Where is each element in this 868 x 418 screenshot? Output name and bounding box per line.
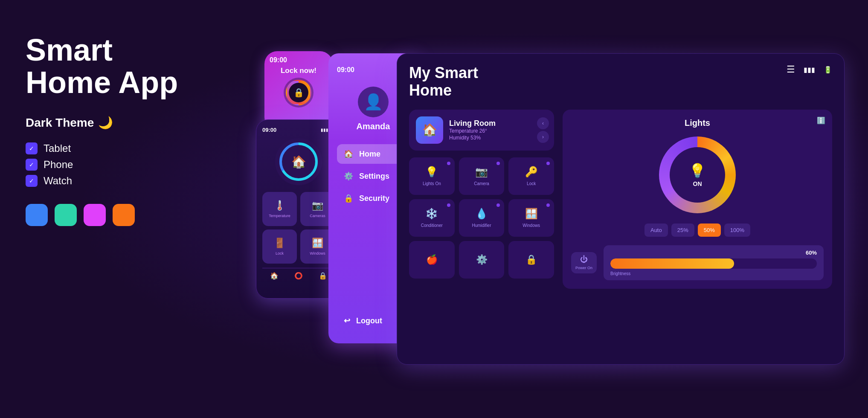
gear-card[interactable]: ⚙️: [459, 241, 505, 279]
bottom-device-row: 🍎 ⚙️ 🔒: [409, 241, 554, 279]
device-tablet: ✓ Tablet: [26, 142, 188, 154]
toggle-fill: [610, 258, 734, 269]
camera-card[interactable]: 📷 Camera: [459, 157, 505, 195]
windows-icon: 🪟: [312, 238, 323, 249]
toggle-track[interactable]: [610, 258, 817, 269]
tablet-main-content: 🏠 Living Room Temperature 26° Humidity 5…: [409, 110, 832, 289]
humidifier-label: Humidifier: [472, 223, 491, 228]
phone-ring-area: 🏠: [262, 138, 335, 185]
device-phone: ✓ Phone: [26, 159, 188, 171]
camera-icon: 📷: [475, 166, 488, 178]
humidifier-icon: 💧: [475, 208, 488, 220]
room-section: 🏠 Living Room Temperature 26° Humidity 5…: [409, 110, 554, 289]
on-label: ON: [693, 180, 702, 187]
color-pink: [84, 204, 106, 226]
watch-lock-icon[interactable]: 🔒: [284, 78, 314, 107]
title-line1: Smart: [26, 33, 113, 67]
logout-nav-icon: ↩: [344, 316, 350, 325]
phone-lock[interactable]: 🚪 Lock: [262, 229, 297, 264]
watch-widget: 09:00 Lock now! 🔒: [264, 51, 333, 130]
watch-check: ✓: [26, 175, 38, 187]
windows-label: Windows: [310, 251, 325, 255]
battery-icon: 🔋: [824, 66, 832, 74]
next-room-button[interactable]: ›: [537, 131, 549, 143]
lock-card[interactable]: 🔑 Lock: [508, 157, 554, 195]
lights-ring-control[interactable]: 💡 ON: [659, 136, 736, 213]
conditioner-label: Conditioner: [421, 223, 443, 228]
tablet-title: My Smart Home: [409, 64, 478, 99]
tablet-header-icons: ☰ ▮▮▮ 🔋: [787, 64, 832, 75]
humidity-stat: Humidity 53%: [449, 135, 496, 141]
100-brightness-button[interactable]: 100%: [724, 224, 750, 237]
power-on-button[interactable]: ⏻ Power On: [571, 252, 597, 273]
power-on-label: Power On: [575, 266, 592, 270]
phone-check: ✓: [26, 159, 38, 171]
lights-section-title: Lights: [571, 118, 824, 128]
lights-label: Lights On: [423, 181, 441, 186]
nav-lock-icon[interactable]: 🔒: [319, 272, 327, 280]
phone-temperature[interactable]: 🌡️ Temperature: [262, 192, 297, 226]
hamburger-menu-icon[interactable]: ☰: [787, 64, 795, 75]
temperature-label: Temperature: [269, 214, 290, 218]
tablet-screen: My Smart Home ☰ ▮▮▮ 🔋 🏠 Living Room Temp…: [397, 53, 845, 365]
title-line2: Home App: [26, 65, 178, 99]
living-room-card[interactable]: 🏠 Living Room Temperature 26° Humidity 5…: [409, 110, 554, 151]
phone-status-bar: 09:00 ▮▮▮ 🔋: [262, 127, 335, 133]
phone-device-grid: 🌡️ Temperature 📷 Cameras 🚪 Lock 🪟 Window…: [262, 192, 335, 264]
home-ring[interactable]: 🏠: [275, 138, 322, 185]
device-watch: ✓ Watch: [26, 175, 188, 187]
power-control-row: ⏻ Power On 60% Brightness: [571, 245, 824, 280]
room-info: Living Room Temperature 26° Humidity 53%: [449, 119, 496, 141]
50-brightness-button[interactable]: 50%: [698, 224, 721, 237]
conditioner-card[interactable]: ❄️ Conditioner: [409, 199, 455, 237]
lights-ring: 💡 ON: [659, 136, 736, 213]
left-panel: Smart Home App Dark Theme 🌙 ✓ Tablet ✓ P…: [26, 34, 188, 226]
gear-card-icon: ⚙️: [476, 254, 488, 265]
windows-card-icon: 🪟: [525, 208, 538, 220]
watch-time: 09:00: [270, 56, 287, 64]
humidifier-card[interactable]: 💧 Humidifier: [459, 199, 505, 237]
watch-lock-label: Lock now!: [281, 67, 316, 75]
lock-bottom-icon: 🔒: [525, 254, 537, 265]
brightness-toggle-label: Brightness: [610, 271, 817, 276]
lights-ring-inner: 💡 ON: [670, 147, 725, 203]
windows-card[interactable]: 🪟 Windows: [508, 199, 554, 237]
apple-icon: 🍎: [426, 254, 438, 265]
apple-card[interactable]: 🍎: [409, 241, 455, 279]
room-icon: 🏠: [416, 116, 443, 144]
lock-card-label: Lock: [527, 181, 536, 186]
info-icon[interactable]: ℹ️: [817, 116, 825, 125]
auto-brightness-button[interactable]: Auto: [644, 224, 668, 237]
windows-card-label: Windows: [523, 223, 540, 228]
power-indicator: [447, 203, 450, 207]
device-list: ✓ Tablet ✓ Phone ✓ Watch: [26, 142, 188, 187]
room-stats: Temperature 26° Humidity 53%: [449, 128, 496, 141]
lock-label: Lock: [276, 251, 284, 255]
power-indicator: [496, 162, 500, 165]
moon-icon: 🌙: [98, 116, 113, 130]
device-grid-row2: ❄️ Conditioner 💧 Humidifier 🪟 Windows: [409, 199, 554, 237]
nav-circle-icon[interactable]: ⭕: [294, 272, 303, 280]
prev-room-button[interactable]: ‹: [537, 117, 549, 129]
nav-home-icon[interactable]: 🏠: [270, 272, 279, 280]
temperature-stat: Temperature 26°: [449, 128, 496, 134]
color-orange: [113, 204, 135, 226]
lights-control-section: ℹ️ Lights 💡 ON Auto 25% 50% 100% ⏻: [563, 110, 832, 289]
power-indicator: [496, 203, 500, 207]
lock-bottom-card[interactable]: 🔒: [508, 241, 554, 279]
phone-time: 09:00: [262, 127, 276, 133]
25-brightness-button[interactable]: 25%: [671, 224, 694, 237]
power-icon: ⏻: [580, 255, 588, 264]
color-blue: [26, 204, 48, 226]
app-title: Smart Home App: [26, 34, 188, 99]
power-indicator: [546, 203, 550, 207]
theme-label: Dark Theme 🌙: [26, 116, 188, 130]
room-name: Living Room: [449, 119, 496, 128]
brightness-pct: 60%: [806, 250, 817, 256]
bulb-icon: 💡: [689, 163, 706, 179]
cameras-label: Cameras: [310, 214, 325, 218]
color-palette: [26, 204, 188, 226]
camera-label: Camera: [474, 181, 489, 186]
camera-icon: 📷: [312, 200, 323, 211]
lights-card[interactable]: 💡 Lights On: [409, 157, 455, 195]
